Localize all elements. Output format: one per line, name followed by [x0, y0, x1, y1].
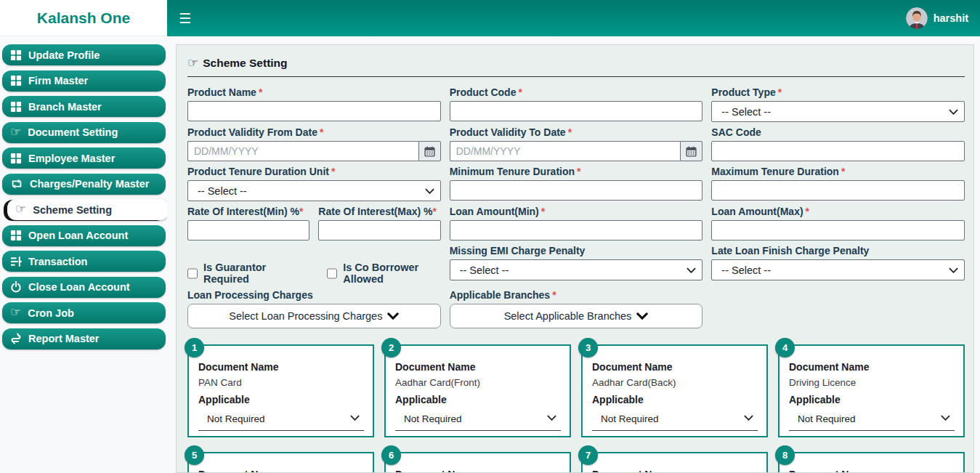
sidebar-item-label: Branch Master: [28, 101, 102, 113]
required-asterisk: *: [552, 289, 556, 301]
applicable-label: Applicable: [789, 394, 955, 405]
applicable-select[interactable]: Not Required: [789, 412, 955, 431]
required-asterisk: *: [299, 206, 303, 217]
sidebar-item-label: Charges/Penalty Master: [30, 178, 149, 190]
document-card: 8 Document Name Applicable: [778, 452, 965, 473]
product-type-select[interactable]: -- Select --: [711, 101, 965, 122]
multiselect-button-label: Select Loan Processing Charges: [229, 310, 382, 322]
grid-icon: [10, 75, 22, 86]
sidebar-item-employee-master[interactable]: Employee Master: [2, 147, 166, 169]
roi-max-label: Rate Of Interest(Max) %*: [318, 206, 440, 218]
missing-emi-penalty-label: Missing EMI Charge Penalty: [450, 245, 703, 257]
validity-from-label: Product Validity From Date*: [187, 126, 441, 139]
missing-emi-penalty-select[interactable]: -- Select --: [450, 259, 703, 280]
validity-to-label: Product Validity To Date*: [450, 126, 703, 139]
validity-from-input[interactable]: [187, 141, 418, 161]
loan-max-input[interactable]: [711, 220, 965, 240]
grid-icon: [10, 230, 22, 241]
required-asterisk: *: [568, 126, 572, 138]
sidebar-item-label: Transaction: [28, 256, 87, 267]
sidebar-item-report-master[interactable]: Report Master: [2, 328, 166, 349]
field-min-tenure: Minimum Tenure Duration*: [450, 166, 703, 201]
field-loan-processing-charges: Loan Processing Charges Select Loan Proc…: [187, 289, 441, 328]
chevron-down-icon: [636, 312, 648, 320]
hand-point-right-icon: ☞: [15, 203, 26, 215]
applicable-select[interactable]: Not Required: [198, 412, 364, 431]
document-name-label: Document Name: [198, 469, 364, 473]
product-name-input[interactable]: [187, 101, 441, 121]
tenure-unit-select[interactable]: -- Select --: [187, 180, 441, 201]
validity-to-input[interactable]: [450, 141, 681, 161]
co-borrower-allowed-checkbox[interactable]: [327, 267, 337, 280]
calendar-button[interactable]: [418, 141, 441, 161]
applicable-branches-multiselect[interactable]: Select Applicable Branches: [450, 304, 703, 328]
field-sac-code: SAC Code: [711, 126, 965, 161]
user-menu[interactable]: harshit: [906, 7, 968, 29]
applicable-label: Applicable: [592, 394, 758, 405]
field-roi-min: Rate Of Interest(Min) %*: [187, 206, 309, 240]
guarantor-required-option[interactable]: Is Guarantor Required: [187, 262, 295, 285]
max-tenure-input[interactable]: [711, 180, 965, 201]
hand-point-right-icon: ☞: [187, 57, 198, 69]
product-code-input[interactable]: [450, 101, 703, 121]
field-applicable-branches: Applicable Branches* Select Applicable B…: [450, 289, 703, 328]
guarantor-required-checkbox[interactable]: [187, 267, 198, 280]
required-asterisk: *: [331, 166, 335, 177]
field-roi-max: Rate Of Interest(Max) %*: [318, 206, 440, 240]
document-name-label: Document Name: [592, 361, 758, 373]
main-content: ☞ Scheme Setting Product Name* Product C…: [167, 36, 980, 473]
roi-min-input[interactable]: [187, 220, 309, 240]
document-name-label: Document Name: [592, 469, 758, 473]
title-divider: [187, 76, 965, 77]
hand-point-right-icon: ☞: [10, 306, 21, 318]
roi-max-input[interactable]: [318, 220, 440, 240]
document-number-badge: 7: [578, 445, 598, 465]
document-card: 6 Document Name Applicable: [384, 452, 571, 473]
loan-min-input[interactable]: [450, 220, 703, 240]
field-loan-max: Loan Amount(Max)*: [711, 206, 965, 240]
field-missing-emi-penalty: Missing EMI Charge Penalty -- Select --: [450, 245, 703, 285]
document-name-value: Aadhar Card(Front): [395, 377, 561, 389]
sidebar-item-update-profile[interactable]: Update Profile: [2, 44, 166, 65]
applicable-select[interactable]: Not Required: [395, 412, 561, 431]
sidebar-item-document-setting[interactable]: ☞ Document Setting: [2, 122, 166, 143]
min-tenure-input[interactable]: [450, 180, 703, 201]
sidebar-item-open-loan-account[interactable]: Open Loan Account: [2, 225, 166, 246]
document-name-value: PAN Card: [198, 377, 364, 389]
loan-processing-charges-multiselect[interactable]: Select Loan Processing Charges: [187, 304, 441, 328]
product-code-label: Product Code*: [450, 86, 703, 99]
grid-icon: [10, 153, 22, 164]
calendar-button[interactable]: [680, 141, 702, 161]
loan-processing-charges-label: Loan Processing Charges: [187, 289, 441, 302]
sidebar-item-cron-job[interactable]: ☞ Cron Job: [2, 302, 166, 323]
sidebar-item-branch-master[interactable]: Branch Master: [2, 96, 166, 117]
document-card: 2 Document Name Aadhar Card(Front) Appli…: [384, 344, 571, 437]
sac-code-input[interactable]: [711, 141, 965, 161]
required-asterisk: *: [518, 86, 522, 98]
sac-code-label: SAC Code: [711, 126, 965, 139]
sidebar-item-transaction[interactable]: Transaction: [2, 251, 166, 272]
top-bar: Kalansh One ☰ harshit: [0, 0, 980, 36]
sidebar-item-firm-master[interactable]: Firm Master: [2, 70, 166, 92]
field-product-name: Product Name*: [187, 86, 441, 122]
field-loan-min: Loan Amount(Min)*: [450, 206, 703, 240]
document-number-badge: 2: [381, 338, 401, 357]
applicable-label: Applicable: [198, 394, 364, 405]
applicable-select[interactable]: Not Required: [592, 412, 758, 431]
field-validity-to: Product Validity To Date*: [450, 126, 703, 161]
document-number-badge: 6: [381, 445, 401, 465]
tenure-unit-label: Product Tenure Duration Unit*: [187, 166, 441, 178]
sidebar-item-charges-penalty-master[interactable]: Charges/Penalty Master: [2, 174, 166, 195]
co-borrower-allowed-option[interactable]: Is Co Borrower Allowed: [327, 262, 440, 285]
required-asterisk: *: [259, 86, 262, 98]
required-asterisk: *: [806, 206, 809, 217]
hamburger-menu-icon[interactable]: ☰: [179, 12, 191, 25]
product-type-label: Product Type*: [711, 86, 965, 99]
sidebar-item-close-loan-account[interactable]: Close Loan Account: [2, 277, 166, 298]
sidebar-item-label: Document Setting: [28, 126, 118, 138]
late-finish-penalty-select[interactable]: -- Select --: [711, 259, 965, 280]
sidebar-item-scheme-setting[interactable]: ☞ Scheme Setting: [7, 199, 169, 220]
repeat-icon: [10, 178, 23, 190]
document-name-label: Document Name: [395, 469, 561, 473]
required-asterisk: *: [778, 86, 782, 98]
